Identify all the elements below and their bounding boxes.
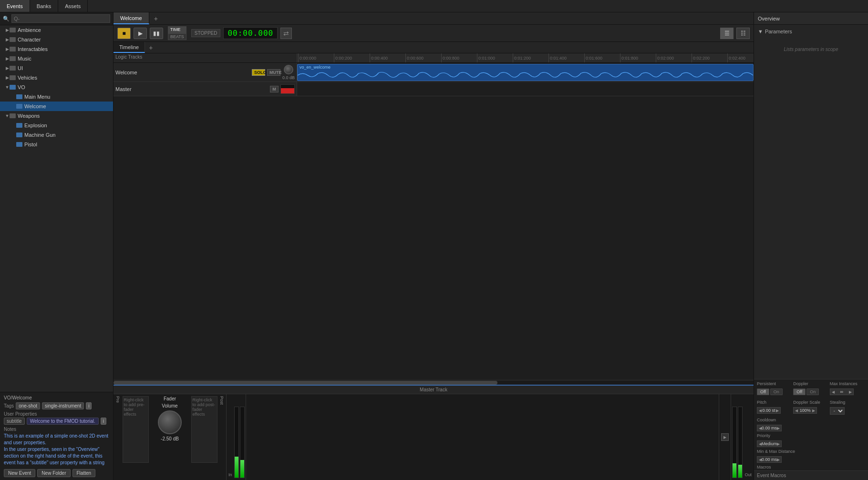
event-tab-welcome[interactable]: Welcome xyxy=(114,12,149,24)
loop-button[interactable]: ⇄ xyxy=(280,28,292,39)
stepper-arrow-left[interactable]: ◀ xyxy=(759,409,762,413)
play-button[interactable]: ▶ xyxy=(134,28,147,39)
stealing-group: Stealing - xyxy=(830,400,865,415)
sidebar-item-vo[interactable]: ▼ VO xyxy=(0,82,113,92)
stepper-arrow-left[interactable]: ◀ xyxy=(832,390,835,394)
sidebar-item-explosion[interactable]: ▶ Explosion xyxy=(0,121,113,130)
volume-label: Volume xyxy=(162,403,177,409)
bottom-section: Master Track Pre Right-click to add pre-… xyxy=(114,385,754,480)
new-folder-button[interactable]: New Folder xyxy=(37,469,70,477)
persistent-off-button[interactable]: Off xyxy=(757,388,769,395)
list-view-button[interactable]: ☰ xyxy=(720,28,734,39)
ruler-mark: 0:01:400 xyxy=(548,53,584,62)
clip-label: vo_en_welcome xyxy=(300,65,331,70)
stealing-select[interactable]: - xyxy=(830,407,845,415)
out-section: Out xyxy=(731,394,754,480)
volume-knob[interactable] xyxy=(284,65,293,74)
sidebar-item-pistol[interactable]: ▶ Pistol xyxy=(0,140,113,149)
horizontal-scrollbar[interactable] xyxy=(114,380,754,385)
bottom-play-area: ▶ xyxy=(719,394,731,480)
timeline-tabs: Timeline + xyxy=(114,42,754,53)
stepper-arrow-left[interactable]: ◀ xyxy=(795,409,798,413)
ruler-mark: 0:02:400 xyxy=(727,53,754,62)
master-controls: Master M xyxy=(114,82,297,96)
sidebar-item-character[interactable]: ▶ Character xyxy=(0,35,113,44)
sidebar-item-main-menu[interactable]: ▶ Main Menu xyxy=(0,92,113,102)
sidebar-item-welcome[interactable]: ▶ Welcome xyxy=(0,102,113,111)
sidebar-item-label: Vehicles xyxy=(18,75,37,81)
search-input[interactable] xyxy=(11,14,110,23)
sidebar-item-vehicles[interactable]: ▶ Vehicles xyxy=(0,73,113,82)
doppler-label: Doppler xyxy=(793,381,828,386)
sidebar-item-ui[interactable]: ▶ UI xyxy=(0,63,113,73)
add-timeline-tab-button[interactable]: + xyxy=(145,43,156,52)
time-mode-time[interactable]: TIME xyxy=(168,26,186,33)
priority-group: Priority ◀ Medium ▶ xyxy=(757,433,865,447)
persistent-on-button[interactable]: On xyxy=(770,388,783,395)
doppler-scale-stepper[interactable]: ◀ 100% ▶ xyxy=(793,407,817,414)
cooldown-label: Cooldown xyxy=(757,418,865,422)
fader-body-post[interactable]: Right-click to add post-fader effects xyxy=(191,396,217,463)
stepper-arrow-right[interactable]: ▶ xyxy=(777,442,780,446)
edit-prop-button[interactable]: i xyxy=(101,418,106,425)
add-tag-button[interactable]: i xyxy=(86,402,92,409)
track-content-welcome[interactable]: vo_en_welcome xyxy=(297,63,754,82)
ruler-mark: 0:02:000 xyxy=(656,53,692,62)
timeline-tab[interactable]: Timeline xyxy=(114,42,145,53)
sidebar-item-ambience[interactable]: ▶ Ambience xyxy=(0,25,113,35)
stepper-arrow-right[interactable]: ▶ xyxy=(776,409,779,413)
doppler-on-button[interactable]: On xyxy=(806,388,819,395)
right-panel-header: Overview xyxy=(754,12,868,25)
stepper-arrow-right[interactable]: ▶ xyxy=(849,390,852,394)
flatten-button[interactable]: Flatten xyxy=(72,469,96,477)
sidebar-item-interactables[interactable]: ▶ Interactables xyxy=(0,44,113,54)
max-instances-stepper[interactable]: ◀ ∞ ▶ xyxy=(830,388,854,395)
tab-events[interactable]: Events xyxy=(0,0,30,12)
solo-button[interactable]: SOLO xyxy=(252,69,265,76)
bottom-right-panel: Persistent Off On Doppler Off On M xyxy=(754,379,868,480)
parameters-toggle[interactable]: ▼ Parameters xyxy=(758,29,864,34)
stepper-arrow-right[interactable]: ▶ xyxy=(812,409,815,413)
post-label: Post xyxy=(219,396,224,405)
chevron-right-icon: ▶ xyxy=(5,47,10,51)
bottom-left-panel: VO/Welcome Tags one-shot single-instrume… xyxy=(0,392,113,480)
doppler-off-button[interactable]: Off xyxy=(793,388,806,395)
grid-view-button[interactable]: ☷ xyxy=(736,28,750,39)
fader-placeholder-post: Right-click to add post-fader effects xyxy=(192,397,217,418)
audio-clip[interactable]: vo_en_welcome xyxy=(297,64,754,81)
stepper-arrow-right[interactable]: ▶ xyxy=(777,426,780,430)
cooldown-stepper[interactable]: ◀ 0.00 ms ▶ xyxy=(757,425,782,431)
mute-button[interactable]: MUTE xyxy=(267,69,280,76)
fader-body-pre[interactable]: Right-click to add pre-fader effects xyxy=(123,396,149,463)
stepper-arrow-right[interactable]: ▶ xyxy=(777,458,780,462)
stop-button[interactable]: ■ xyxy=(117,28,131,39)
bottom-play-button[interactable]: ▶ xyxy=(721,433,729,441)
tab-assets[interactable]: Assets xyxy=(58,0,88,12)
min-distance-stepper[interactable]: ◀ 0.00 ms ▶ xyxy=(757,456,782,463)
ruler-mark: 0:01:000 xyxy=(477,53,513,62)
volume-knob-main[interactable] xyxy=(158,410,182,434)
time-mode-beats[interactable]: BEATS xyxy=(168,33,186,41)
scroll-thumb[interactable] xyxy=(114,381,497,385)
chevron-down-icon: ▼ xyxy=(758,29,763,34)
max-instances-val: ∞ xyxy=(840,389,843,394)
fader-placeholder-pre: Right-click to add pre-fader effects xyxy=(123,397,148,418)
ruler-mark: 0:00:600 xyxy=(405,53,441,62)
min-max-distance-group: Min & Max Distance ◀ 0.00 ms ▶ xyxy=(757,449,865,463)
sidebar-item-music[interactable]: ▶ Music xyxy=(0,54,113,63)
new-event-button[interactable]: New Event xyxy=(4,469,35,477)
tab-banks[interactable]: Banks xyxy=(30,0,59,12)
pause-button[interactable]: ▮▮ xyxy=(150,28,163,39)
add-event-tab-button[interactable]: + xyxy=(149,12,163,24)
sidebar-item-weapons[interactable]: ▼ Weapons xyxy=(0,111,113,121)
sidebar-item-machine-gun[interactable]: ▶ Machine Gun xyxy=(0,130,113,140)
folder-icon xyxy=(10,28,16,32)
meter-fill xyxy=(281,88,294,93)
doppler-toggle: Off On xyxy=(793,388,828,395)
priority-stepper[interactable]: ◀ Medium ▶ xyxy=(757,440,782,447)
waveform-svg xyxy=(298,70,753,81)
pitch-stepper[interactable]: ◀ 0.00 st ▶ xyxy=(757,407,781,414)
priority-label: Priority xyxy=(757,433,865,438)
master-m-button[interactable]: M xyxy=(270,86,279,92)
doppler-scale-value: ◀ 100% ▶ xyxy=(793,407,828,414)
